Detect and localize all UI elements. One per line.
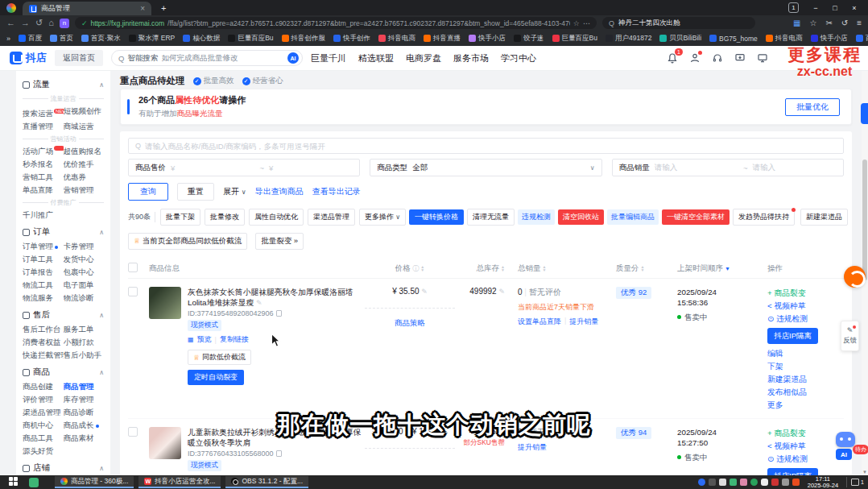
app-logo[interactable]: 抖店 <box>10 51 47 65</box>
sidebar-item-logistics-service[interactable]: 物流服务 <box>23 292 64 305</box>
ip-isolate-button[interactable]: 抖店IP隔离 <box>767 328 818 344</box>
bookmark-item[interactable]: 核心数据 <box>183 34 220 44</box>
sidebar-item-marketing-tools[interactable]: 营销工具 <box>23 171 64 184</box>
product-title[interactable]: 灰色抹茶女长筒小腿袜腿亮秋冬加厚保暖洛丽塔Lolita堆堆抹茶显瘦 ✎ <box>188 287 362 308</box>
batch-edit-button[interactable]: 批量编辑商品 <box>607 209 659 225</box>
query-button[interactable]: 查询 <box>128 183 168 201</box>
extension-icon[interactable]: n <box>60 19 69 28</box>
back-home-button[interactable]: 返回首页 <box>55 50 103 66</box>
page-intercept-button[interactable]: ♕ 当前页全部商品同款低价截流 <box>128 233 247 250</box>
ip-isolate-button[interactable]: 抖店IP隔离 <box>767 468 818 475</box>
nav-item[interactable]: 学习中心 <box>501 52 536 64</box>
sidebar-item-live-manage[interactable]: 直播管理 <box>23 120 64 133</box>
sidebar-item-flash-sale[interactable]: 秒杀报名 <box>23 158 64 171</box>
sidebar-item-activity-plaza[interactable]: 活动广场 <box>23 145 64 158</box>
sidebar-item-small-payment[interactable]: 小额打款 <box>64 336 105 349</box>
sidebar-item-goods-growth[interactable]: 商品成长 <box>64 419 105 432</box>
product-search-input[interactable] <box>145 142 837 151</box>
violation-check-link[interactable]: ⊙ 违规检测 <box>767 453 844 466</box>
tray-icon[interactable] <box>740 479 747 486</box>
product-search-box[interactable]: Q <box>128 138 844 154</box>
sidebar-item-source-goods[interactable]: 源头好货 <box>23 445 64 458</box>
export-products-link[interactable]: 导出查询商品 <box>255 186 304 197</box>
col-quality[interactable]: 质量分▲▼ <box>616 263 677 274</box>
expand-button[interactable]: 展开 ∨ <box>223 186 246 197</box>
tray-icon[interactable] <box>792 479 800 486</box>
download-client-icon[interactable] <box>734 52 746 64</box>
sidebar-section-traffic[interactable]: 流量 ∧ <box>23 74 104 93</box>
convert-price-button[interactable]: 一键转换价格 <box>409 209 464 225</box>
scroll-down-arrow[interactable]: ▼ <box>862 470 868 474</box>
ai-assistant-float[interactable]: AI 待办 <box>836 432 860 460</box>
account-icon[interactable] <box>689 52 701 64</box>
product-strategy-link[interactable]: 商品策略 <box>362 318 458 329</box>
tray-icon[interactable] <box>750 479 758 486</box>
batch-action-button[interactable]: 批量下架 <box>160 209 200 226</box>
auto-fission-button[interactable]: 定时自动裂变 <box>188 370 244 385</box>
bookmark-star-icon[interactable]: ☆ <box>573 19 580 27</box>
trend-support-button[interactable]: 发趋势品得扶持 <box>733 209 795 226</box>
new-channel-button[interactable]: 新建渠道品 <box>800 209 848 226</box>
feedback-button[interactable]: ✎ 反馈 <box>841 321 859 351</box>
video-seed-link[interactable]: < 视频种草 <box>767 300 844 313</box>
nav-item[interactable]: 电商罗盘 <box>406 52 441 64</box>
row-checkbox[interactable] <box>128 287 138 296</box>
batch-fission-button[interactable]: 批量裂变 » <box>255 233 304 250</box>
sidebar-item-order-report[interactable]: 订单报告 <box>23 266 64 279</box>
tab-close-icon[interactable]: × <box>140 4 145 13</box>
back-icon[interactable]: ← <box>6 19 15 27</box>
bookmark-item[interactable]: 首页 <box>50 34 73 44</box>
preview-link[interactable]: 预览 <box>197 334 212 345</box>
ai-chip[interactable]: AI <box>836 449 852 460</box>
taskbar-pinned-icon[interactable] <box>29 478 39 487</box>
copy-icon[interactable] <box>276 310 282 317</box>
sidebar-item-e-sheet[interactable]: 电子面单 <box>64 279 105 292</box>
same-item-intercept-button[interactable]: ♕同款低价截流 <box>188 350 251 365</box>
service-float-icon[interactable] <box>844 266 866 288</box>
nav-item[interactable]: 服务市场 <box>453 52 489 64</box>
violation-check-button[interactable]: 违规检测 <box>518 209 555 225</box>
product-type-select[interactable]: 商品类型 全部 ∨ <box>370 159 601 176</box>
batch-action-button[interactable]: 批量修改 <box>205 209 245 226</box>
bookmark-item[interactable]: 快手小店 <box>469 34 506 44</box>
headset-icon[interactable] <box>712 52 723 64</box>
bookmark-item[interactable]: 抖音直播 <box>424 34 461 44</box>
sidebar-item-biz-center[interactable]: 商机中心 <box>23 419 64 432</box>
sidebar-item-aftersale-helper[interactable]: 售后小助手 <box>64 349 105 362</box>
col-time-order[interactable]: 上架时间顺序▼ <box>677 263 767 274</box>
row-checkbox[interactable] <box>128 427 138 437</box>
bookmark-item[interactable]: 百度翻译 <box>856 34 868 44</box>
menu-icon[interactable]: ≡ <box>857 19 862 27</box>
history-undo-icon[interactable]: ↺ <box>841 19 848 27</box>
bookmark-item[interactable]: 抖音电商 <box>378 34 415 44</box>
home-icon[interactable]: ⌂ <box>48 19 54 27</box>
sidebar-item-logistics-tools[interactable]: 物流工具 <box>23 279 64 292</box>
sidebar-item-consumer-rights[interactable]: 消费者权益 <box>23 336 64 349</box>
bookmark-item[interactable]: 贝贝BiliBili <box>659 34 701 44</box>
notification-center[interactable]: 1 <box>846 477 864 487</box>
sidebar-item-card-coupon[interactable]: 卡券管理 <box>64 240 105 253</box>
col-sales[interactable]: 总销量▲▼ <box>510 263 616 274</box>
sidebar-item-goods-diagnose[interactable]: 商品诊断 <box>64 406 105 419</box>
bookmark-item[interactable]: 聚水潭 ERP <box>129 34 175 44</box>
bookmark-item[interactable]: 抖音创作服 <box>282 34 326 44</box>
batch-optimize-button[interactable]: 批量优化 <box>785 98 840 116</box>
tray-icon[interactable] <box>771 479 779 486</box>
sidebar-item-service-ticket[interactable]: 服务工单 <box>64 323 105 336</box>
sidebar-item-qianchuan[interactable]: 千川推广 <box>23 209 64 222</box>
monitor-icon[interactable] <box>757 52 768 64</box>
sidebar-item-ship-center[interactable]: 发货中心 <box>64 253 105 266</box>
sidebar-item-order-manage[interactable]: 订单管理 <box>23 240 64 253</box>
edit-icon[interactable]: ✎ <box>421 288 428 296</box>
ai-assistant-icon[interactable]: AI <box>287 52 299 64</box>
taskbar-task-browser[interactable]: 商品管理 - 360极... <box>55 476 134 488</box>
bell-icon[interactable]: 1 <box>667 52 678 64</box>
product-fission-link[interactable]: + 商品裂变 <box>767 427 844 440</box>
row-action-link[interactable]: 新建渠道品 <box>767 373 844 386</box>
sidebar-item-logistics-diagnose[interactable]: 物流诊断 <box>64 292 105 305</box>
reset-button[interactable]: 重置 <box>177 183 214 201</box>
batch-action-button[interactable]: 属性自动优化 <box>249 209 304 226</box>
bookmark-item[interactable]: 饺子迷 <box>514 34 544 44</box>
bookmarks-overflow-icon[interactable]: » <box>6 35 10 43</box>
sales-range-filter[interactable]: 商品销量 请输入 ~ 请输入 <box>612 159 844 176</box>
